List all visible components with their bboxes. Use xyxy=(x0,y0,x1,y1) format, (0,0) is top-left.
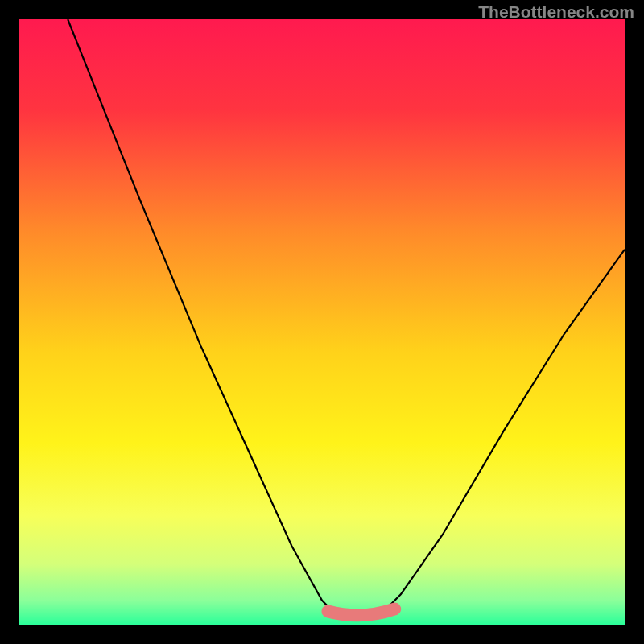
watermark-text: TheBottleneck.com xyxy=(478,2,634,22)
chart-frame: TheBottleneck.com xyxy=(0,0,644,644)
plot-area xyxy=(19,19,625,625)
bottleneck-curve xyxy=(19,19,625,625)
